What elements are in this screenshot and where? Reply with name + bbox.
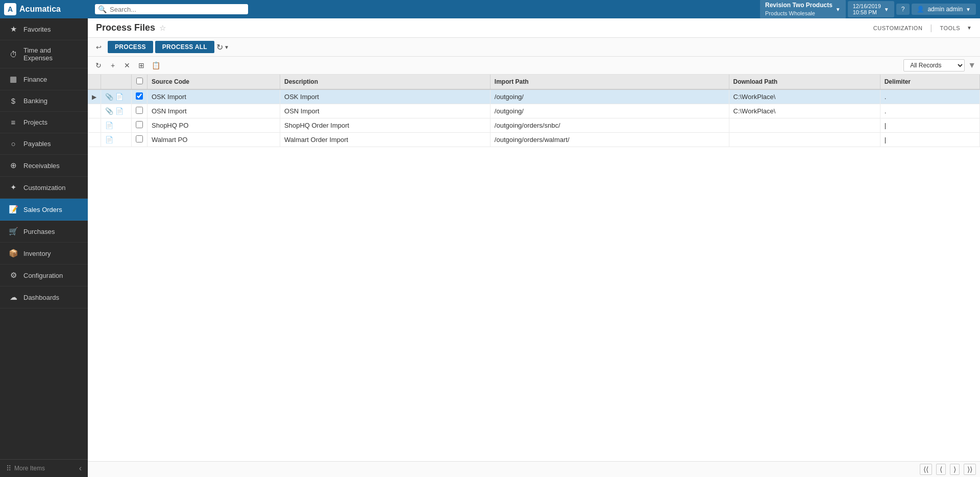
col-description-header: Description	[280, 75, 491, 89]
sidebar-item-label: Sales Orders	[23, 206, 62, 213]
sidebar-item-label: Inventory	[23, 250, 51, 257]
header-divider: |	[930, 23, 932, 33]
favorites-icon: ★	[8, 25, 18, 34]
file-icon[interactable]: 📄	[105, 136, 113, 144]
logo-icon: A	[4, 3, 16, 15]
row-source-code-cell: OSN Import	[148, 104, 280, 118]
schedule-dropdown[interactable]: ↻ ▼	[216, 42, 229, 52]
grid-fit-button[interactable]: ⊞	[135, 59, 148, 72]
grid-toolbar-left: ↻ + ✕ ⊞ 📋	[92, 59, 162, 72]
user-menu[interactable]: 👤 admin admin ▼	[912, 4, 976, 15]
grid-refresh-button[interactable]: ↻	[92, 59, 105, 72]
sidebar-item-dashboards[interactable]: ☁ Dashboards	[0, 287, 88, 308]
help-button[interactable]: ?	[896, 4, 910, 15]
note-icon[interactable]: 📎	[105, 107, 113, 115]
sidebar-item-favorites[interactable]: ★ Favorites	[0, 18, 88, 40]
sidebar-item-inventory[interactable]: 📦 Inventory	[0, 243, 88, 265]
sidebar-item-projects[interactable]: ≡ Projects	[0, 112, 88, 133]
page-title: Process Files	[96, 22, 155, 33]
sidebar-item-finance[interactable]: ▦ Finance	[0, 68, 88, 90]
process-button[interactable]: PROCESS	[108, 41, 153, 53]
sidebar-collapse-button[interactable]: ‹	[79, 464, 82, 473]
row-source-code-cell: ShopHQ PO	[148, 118, 280, 133]
sidebar-item-time-expenses[interactable]: ⏱ Time and Expenses	[0, 40, 88, 68]
row-expand-cell[interactable]	[88, 118, 101, 133]
tools-button[interactable]: TOOLS	[936, 23, 965, 33]
search-icon: 🔍	[98, 5, 107, 13]
row-checkbox[interactable]	[136, 121, 143, 128]
process-all-button[interactable]: PROCESS ALL	[155, 41, 214, 53]
company-info: Revision Two Products Products Wholesale	[765, 2, 832, 17]
row-check-cell[interactable]	[132, 133, 148, 147]
col-check-header[interactable]	[132, 75, 148, 89]
configuration-icon: ⚙	[8, 271, 18, 280]
table-container: Source Code Description Import Path Down…	[88, 75, 980, 461]
customization-button[interactable]: CUSTOMIZATION	[869, 23, 927, 33]
logo[interactable]: A Acumatica	[4, 3, 91, 15]
row-check-cell[interactable]	[132, 104, 148, 118]
undo-button[interactable]: ↩	[92, 41, 106, 53]
more-items-button[interactable]: ⠿ More Items	[6, 464, 45, 472]
process-toolbar: ↩ PROCESS PROCESS ALL ↻ ▼	[88, 38, 980, 57]
table-row[interactable]: ▶ 📎 📄 OSK Import OSK Import /outgoing/ C…	[88, 89, 980, 104]
sidebar-item-receivables[interactable]: ⊕ Receivables	[0, 155, 88, 177]
sidebar-item-configuration[interactable]: ⚙ Configuration	[0, 265, 88, 287]
user-label: admin admin	[927, 6, 963, 13]
sidebar-item-payables[interactable]: ○ Payables	[0, 133, 88, 155]
sidebar-item-customization[interactable]: ✦ Customization	[0, 177, 88, 199]
grid-note-button[interactable]: 📋	[149, 59, 162, 72]
user-chevron-icon: ▼	[966, 7, 971, 12]
sidebar-item-sales-orders[interactable]: 📝 Sales Orders	[0, 199, 88, 221]
row-checkbox[interactable]	[136, 107, 143, 114]
table-row[interactable]: 📄 Walmart PO Walmart Order Import /outgo…	[88, 133, 980, 147]
favorite-star-icon[interactable]: ☆	[159, 23, 166, 33]
datetime-chevron-icon: ▼	[884, 7, 889, 12]
row-source-code-cell: OSK Import	[148, 89, 280, 104]
row-checkbox[interactable]	[136, 92, 143, 100]
search-bar[interactable]: 🔍	[95, 4, 248, 14]
sidebar-item-label: Favorites	[23, 26, 51, 33]
sidebar-item-banking[interactable]: $ Banking	[0, 90, 88, 112]
filter-icon[interactable]: ▼	[968, 61, 976, 70]
row-expand-cell[interactable]	[88, 104, 101, 118]
row-check-cell[interactable]	[132, 89, 148, 104]
file-icon[interactable]: 📄	[105, 122, 113, 129]
pager-next-button[interactable]: ⟩	[950, 464, 960, 475]
file-icon[interactable]: 📄	[115, 107, 124, 115]
datetime-selector[interactable]: 12/16/2019 10:58 PM ▼	[848, 1, 894, 17]
page-header: Process Files ☆ CUSTOMIZATION | TOOLS ▼	[88, 18, 980, 38]
pager-prev-button[interactable]: ⟨	[936, 464, 946, 475]
grid-delete-button[interactable]: ✕	[120, 59, 134, 72]
col-delimiter-header: Delimiter	[880, 75, 979, 89]
sidebar-bottom: ⠿ More Items ‹	[0, 459, 88, 477]
pager-last-button[interactable]: ⟩⟩	[964, 464, 976, 475]
table-row[interactable]: 📎 📄 OSN Import OSN Import /outgoing/ C:\…	[88, 104, 980, 118]
row-check-cell[interactable]	[132, 118, 148, 133]
sales-orders-icon: 📝	[8, 205, 18, 214]
pager-first-button[interactable]: ⟨⟨	[920, 464, 932, 475]
sidebar-item-label: Finance	[23, 76, 47, 83]
more-items-label: More Items	[14, 465, 45, 472]
sidebar-item-purchases[interactable]: 🛒 Purchases	[0, 221, 88, 243]
row-download-path-cell	[729, 133, 880, 147]
search-input[interactable]	[110, 6, 245, 13]
row-import-path-cell: /outgoing/orders/walmart/	[490, 133, 729, 147]
company-selector[interactable]: Revision Two Products Products Wholesale…	[760, 0, 846, 19]
content-area: Process Files ☆ CUSTOMIZATION | TOOLS ▼ …	[88, 18, 980, 477]
records-filter-select[interactable]: All Records	[903, 59, 965, 71]
row-expand-cell[interactable]	[88, 133, 101, 147]
row-description-cell: ShopHQ Order Import	[280, 118, 491, 133]
sidebar-item-label: Receivables	[23, 162, 60, 170]
row-icons-cell: 📄	[101, 118, 132, 133]
select-all-checkbox[interactable]	[136, 78, 143, 84]
row-expand-cell[interactable]: ▶	[88, 89, 101, 104]
col-download-path-header: Download Path	[729, 75, 880, 89]
table-row[interactable]: 📄 ShopHQ PO ShopHQ Order Import /outgoin…	[88, 118, 980, 133]
status-bar: ⟨⟨ ⟨ ⟩ ⟩⟩	[88, 461, 980, 477]
file-icon[interactable]: 📄	[115, 93, 124, 101]
expand-icon[interactable]: ▶	[92, 93, 96, 101]
row-checkbox[interactable]	[136, 135, 143, 142]
note-icon[interactable]: 📎	[105, 93, 113, 101]
row-download-path-cell: C:\WorkPlace\	[729, 89, 880, 104]
grid-add-button[interactable]: +	[106, 59, 119, 72]
